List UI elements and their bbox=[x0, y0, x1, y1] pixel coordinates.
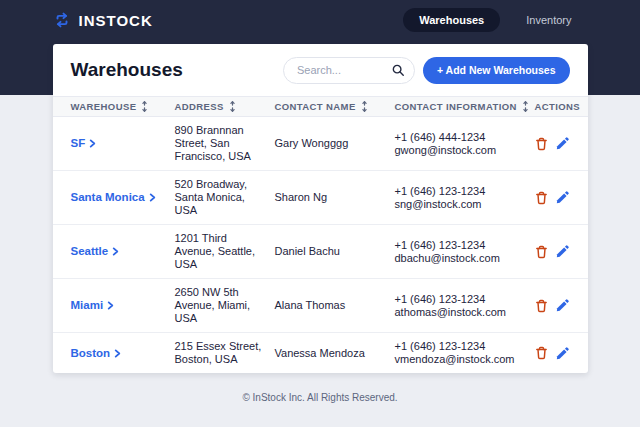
table-row: Santa Monica 520 Broadway, Santa Monica,… bbox=[53, 171, 588, 225]
contact-name: Vanessa Mendoza bbox=[275, 340, 395, 367]
contact-name: Daniel Bachu bbox=[275, 238, 395, 265]
search-field-wrap bbox=[283, 57, 415, 84]
contact-email: athomas@instock.com bbox=[395, 306, 525, 319]
search-icon bbox=[391, 63, 405, 77]
nav-tab-inventory[interactable]: Inventory bbox=[510, 8, 587, 32]
column-header-label: CONTACT INFORMATION bbox=[395, 101, 517, 112]
column-header-label: ADDRESS bbox=[175, 101, 224, 112]
contact-information: +1 (646) 123-1234 sng@instock.com bbox=[395, 178, 535, 218]
column-header-label: CONTACT NAME bbox=[275, 101, 356, 112]
edit-button[interactable] bbox=[556, 244, 570, 259]
contact-email: dbachu@instock.com bbox=[395, 252, 525, 265]
contact-email: sng@instock.com bbox=[395, 198, 525, 211]
warehouse-link[interactable]: SF bbox=[71, 137, 98, 150]
row-actions bbox=[535, 129, 570, 158]
column-header-label: ACTIONS bbox=[535, 101, 581, 112]
trash-icon bbox=[535, 245, 548, 259]
column-header-label: WAREHOUSE bbox=[71, 101, 137, 112]
contact-information: +1 (646) 123-1234 dbachu@instock.com bbox=[395, 232, 535, 272]
contact-information: +1 (646) 123-1234 athomas@instock.com bbox=[395, 286, 535, 326]
warehouse-address: 890 Brannnan Street, San Francisco, USA bbox=[175, 117, 275, 170]
contact-phone: +1 (646) 123-1234 bbox=[395, 239, 525, 252]
pencil-icon bbox=[556, 191, 569, 204]
warehouse-address: 215 Essex Street, Boston, USA bbox=[175, 333, 275, 373]
add-new-warehouses-button[interactable]: + Add New Warehouses bbox=[423, 57, 570, 84]
column-header: ACTIONS bbox=[535, 101, 581, 112]
pencil-icon bbox=[556, 137, 569, 150]
column-header[interactable]: ADDRESS bbox=[175, 101, 275, 112]
sort-icon[interactable] bbox=[521, 101, 530, 112]
pencil-icon bbox=[556, 347, 569, 360]
warehouses-card: Warehouses + Add New Warehouses WAREHOUS… bbox=[53, 44, 588, 373]
contact-information: +1 (646) 444-1234 gwong@instock.com bbox=[395, 124, 535, 164]
page-title: Warehouses bbox=[71, 59, 183, 81]
warehouse-link[interactable]: Seattle bbox=[71, 245, 121, 258]
warehouse-address: 2650 NW 5th Avenue, Miami, USA bbox=[175, 279, 275, 332]
row-actions bbox=[535, 291, 570, 320]
contact-name: Alana Thomas bbox=[275, 292, 395, 319]
chevron-right-icon bbox=[106, 301, 115, 310]
warehouse-name: Miami bbox=[71, 299, 104, 312]
edit-button[interactable] bbox=[556, 346, 570, 361]
warehouse-link[interactable]: Santa Monica bbox=[71, 191, 157, 204]
chevron-right-icon bbox=[88, 139, 97, 148]
sort-icon[interactable] bbox=[360, 101, 369, 112]
warehouse-address: 1201 Third Avenue, Seattle, USA bbox=[175, 225, 275, 278]
contact-name: Gary Wongggg bbox=[275, 130, 395, 157]
brand-logo[interactable]: INSTOCK bbox=[53, 11, 153, 29]
contact-name: Sharon Ng bbox=[275, 184, 395, 211]
warehouse-link[interactable]: Miami bbox=[71, 299, 116, 312]
table-row: Miami 2650 NW 5th Avenue, Miami, USA Ala… bbox=[53, 279, 588, 333]
pencil-icon bbox=[556, 245, 569, 258]
delete-button[interactable] bbox=[535, 190, 549, 205]
contact-phone: +1 (646) 123-1234 bbox=[395, 340, 525, 353]
table-body: SF 890 Brannnan Street, San Francisco, U… bbox=[53, 117, 588, 373]
top-navigation-bar: INSTOCK Warehouses Inventory bbox=[0, 0, 640, 40]
column-header[interactable]: CONTACT NAME bbox=[275, 101, 395, 112]
delete-button[interactable] bbox=[535, 346, 549, 361]
warehouse-address: 520 Broadway, Santa Monica, USA bbox=[175, 171, 275, 224]
trash-icon bbox=[535, 346, 548, 360]
chevron-right-icon bbox=[113, 349, 122, 358]
delete-button[interactable] bbox=[535, 244, 549, 259]
contact-email: vmendoza@instock.com bbox=[395, 353, 525, 366]
footer-copyright: © InStock Inc. All Rights Reserved. bbox=[0, 392, 640, 403]
table-row: Seattle 1201 Third Avenue, Seattle, USA … bbox=[53, 225, 588, 279]
table-row: Boston 215 Essex Street, Boston, USA Van… bbox=[53, 333, 588, 373]
warehouse-name: SF bbox=[71, 137, 86, 150]
trash-icon bbox=[535, 299, 548, 313]
trash-icon bbox=[535, 137, 548, 151]
sync-arrows-icon bbox=[53, 11, 71, 29]
brand-name: INSTOCK bbox=[79, 12, 153, 29]
card-header: Warehouses + Add New Warehouses bbox=[53, 44, 588, 96]
chevron-right-icon bbox=[111, 247, 120, 256]
sort-icon[interactable] bbox=[228, 101, 237, 112]
contact-phone: +1 (646) 123-1234 bbox=[395, 293, 525, 306]
edit-button[interactable] bbox=[556, 190, 570, 205]
warehouse-name: Boston bbox=[71, 347, 111, 360]
contact-information: +1 (646) 123-1234 vmendoza@instock.com bbox=[395, 333, 535, 373]
trash-icon bbox=[535, 191, 548, 205]
table-header-row: WAREHOUSE ADDRESS CONTACT NAME CONTACT I… bbox=[53, 96, 588, 117]
main-nav: Warehouses Inventory bbox=[403, 8, 587, 32]
warehouse-name: Seattle bbox=[71, 245, 109, 258]
column-header[interactable]: WAREHOUSE bbox=[71, 101, 175, 112]
column-header[interactable]: CONTACT INFORMATION bbox=[395, 101, 535, 112]
row-actions bbox=[535, 339, 570, 368]
pencil-icon bbox=[556, 299, 569, 312]
edit-button[interactable] bbox=[556, 298, 570, 313]
sort-icon[interactable] bbox=[140, 101, 149, 112]
contact-email: gwong@instock.com bbox=[395, 144, 525, 157]
delete-button[interactable] bbox=[535, 136, 549, 151]
contact-phone: +1 (646) 123-1234 bbox=[395, 185, 525, 198]
row-actions bbox=[535, 237, 570, 266]
nav-tab-warehouses[interactable]: Warehouses bbox=[403, 8, 500, 32]
warehouse-link[interactable]: Boston bbox=[71, 347, 123, 360]
contact-phone: +1 (646) 444-1234 bbox=[395, 131, 525, 144]
warehouse-name: Santa Monica bbox=[71, 191, 145, 204]
row-actions bbox=[535, 183, 570, 212]
chevron-right-icon bbox=[148, 193, 157, 202]
table-row: SF 890 Brannnan Street, San Francisco, U… bbox=[53, 117, 588, 171]
delete-button[interactable] bbox=[535, 298, 549, 313]
edit-button[interactable] bbox=[556, 136, 570, 151]
